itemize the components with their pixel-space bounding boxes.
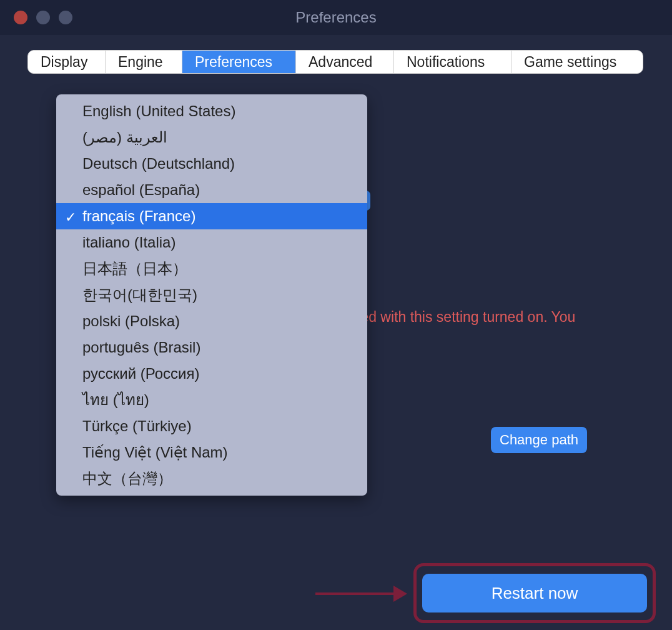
annotation-highlight-box: Restart now xyxy=(413,563,656,623)
language-option[interactable]: polski (Polska) xyxy=(56,308,367,334)
language-option-label: italiano (Italia) xyxy=(82,234,175,251)
language-option[interactable]: Deutsch (Deutschland) xyxy=(56,151,367,177)
language-option-label: Türkçe (Türkiye) xyxy=(82,418,192,434)
language-option-label: polski (Polska) xyxy=(82,312,180,329)
tab-advanced[interactable]: Advanced xyxy=(296,51,394,73)
language-option-label: Deutsch (Deutschland) xyxy=(82,155,235,172)
adb-warning-text: ted with this setting turned on. You xyxy=(357,309,575,326)
language-option[interactable]: русский (Россия) xyxy=(56,361,367,387)
tab-game-settings[interactable]: Game settings xyxy=(511,51,643,73)
window-controls xyxy=(0,11,72,24)
language-option-label: Tiếng Việt (Việt Nam) xyxy=(82,444,228,461)
language-option[interactable]: English (United States) xyxy=(56,98,367,124)
annotation-arrow-icon xyxy=(315,586,409,602)
language-option-label: português (Brasil) xyxy=(82,339,200,356)
language-option[interactable]: العربية (مصر) xyxy=(56,124,367,151)
minimize-window-button[interactable] xyxy=(36,11,50,24)
language-option[interactable]: ไทย (ไทย) xyxy=(56,387,367,413)
restart-now-button[interactable]: Restart now xyxy=(422,574,647,612)
close-window-button[interactable] xyxy=(14,11,27,24)
tab-preferences[interactable]: Preferences xyxy=(182,51,296,73)
language-option-label: ไทย (ไทย) xyxy=(82,391,149,408)
language-option[interactable]: 中文（台灣） xyxy=(56,466,367,492)
language-option[interactable]: Tiếng Việt (Việt Nam) xyxy=(56,439,367,466)
change-path-button[interactable]: Change path xyxy=(491,427,587,453)
language-option-label: español (España) xyxy=(82,181,200,198)
language-option-label: 한국어(대한민국) xyxy=(82,286,197,303)
window-title: Preferences xyxy=(295,9,376,26)
language-dropdown: English (United States)العربية (مصر)Deut… xyxy=(56,94,367,496)
language-option[interactable]: italiano (Italia) xyxy=(56,229,367,256)
language-option-label: français (France) xyxy=(82,208,195,224)
language-option-label: 日本語（日本） xyxy=(82,260,187,277)
language-option-label: English (United States) xyxy=(82,102,235,119)
checkmark-icon: ✓ xyxy=(65,207,76,228)
language-option-label: 中文（台灣） xyxy=(82,470,172,487)
language-option[interactable]: español (España) xyxy=(56,177,367,203)
language-option-label: русский (Россия) xyxy=(82,365,199,382)
language-option[interactable]: Türkçe (Türkiye) xyxy=(56,413,367,439)
tab-notifications[interactable]: Notifications xyxy=(394,51,511,73)
language-option[interactable]: português (Brasil) xyxy=(56,334,367,361)
language-option-label: العربية (مصر) xyxy=(82,129,167,146)
tab-engine[interactable]: Engine xyxy=(106,51,182,73)
preferences-tabs: Display Engine Preferences Advanced Noti… xyxy=(27,50,643,74)
tab-display[interactable]: Display xyxy=(28,51,106,73)
language-option[interactable]: 한국어(대한민국) xyxy=(56,282,367,308)
maximize-window-button[interactable] xyxy=(59,11,72,24)
titlebar: Preferences xyxy=(0,0,672,35)
preferences-content: Display Engine Preferences Advanced Noti… xyxy=(0,35,672,630)
language-option[interactable]: 日本語（日本） xyxy=(56,256,367,282)
language-option[interactable]: ✓français (France) xyxy=(56,203,367,229)
